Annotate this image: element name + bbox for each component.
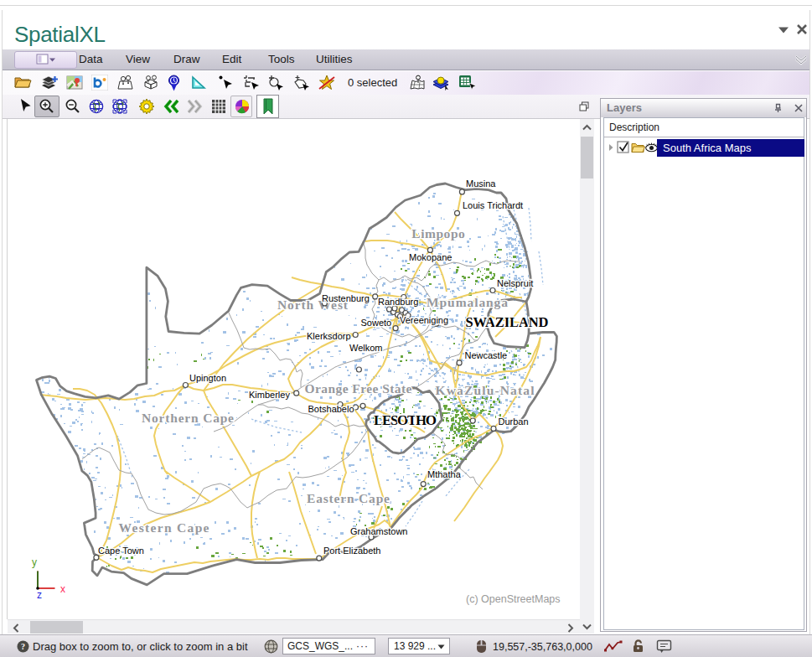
svg-text:KwaZulu-Natal: KwaZulu-Natal [436, 383, 535, 397]
svg-text:Port Elizabeth: Port Elizabeth [323, 546, 380, 556]
svg-text:Klerksdorp: Klerksdorp [307, 331, 351, 341]
svg-text:Kimberley: Kimberley [249, 390, 290, 400]
svg-text:LESOTHO: LESOTHO [374, 412, 437, 428]
svg-text:Cape Town: Cape Town [98, 546, 144, 556]
svg-text:Upington: Upington [189, 373, 226, 383]
svg-text:Northern Cape: Northern Cape [142, 411, 234, 425]
svg-text:Grahamstown: Grahamstown [350, 526, 407, 536]
svg-text:Musina: Musina [466, 178, 496, 189]
svg-text:SWAZILAND: SWAZILAND [465, 314, 548, 330]
svg-text:Newcastle: Newcastle [465, 350, 508, 360]
svg-text:Soweto: Soweto [361, 318, 392, 328]
svg-text:Limpopo: Limpopo [411, 226, 465, 241]
svg-text:Orange Free State: Orange Free State [305, 381, 412, 396]
svg-text:x: x [60, 583, 65, 595]
svg-text:Louis Trichardt: Louis Trichardt [463, 200, 523, 210]
svg-text:Nelspruit: Nelspruit [497, 278, 533, 288]
svg-text:Western Cape: Western Cape [119, 520, 209, 535]
svg-text:z: z [37, 589, 42, 601]
svg-text:Rustenburg: Rustenburg [322, 293, 370, 303]
svg-text:Welkom: Welkom [349, 343, 383, 353]
svg-text:Mokopane: Mokopane [409, 252, 452, 262]
svg-text:Eastern Cape: Eastern Cape [307, 491, 390, 505]
svg-text:Botshabelo: Botshabelo [308, 404, 354, 414]
svg-text:Vereeniging: Vereeniging [400, 315, 448, 325]
svg-text:Durban: Durban [499, 416, 529, 427]
svg-text:(c) OpenStreetMaps: (c) OpenStreetMaps [466, 593, 561, 605]
svg-text:?: ? [21, 642, 25, 651]
svg-text:Mpumalanga: Mpumalanga [427, 295, 508, 309]
svg-text:Randburg: Randburg [378, 297, 418, 307]
svg-text:Mthatha: Mthatha [427, 469, 462, 479]
svg-text:y: y [32, 556, 37, 568]
